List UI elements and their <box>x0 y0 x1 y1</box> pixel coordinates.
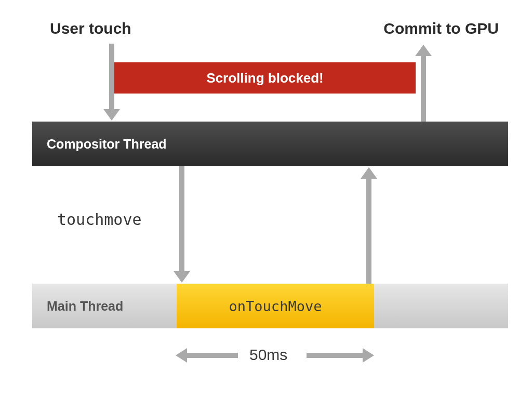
bar-main-thread: Main Thread onTouchMove <box>32 284 508 328</box>
banner-scrolling-blocked: Scrolling blocked! <box>114 62 416 94</box>
arrowhead-return-up-icon <box>361 167 377 179</box>
label-user-touch: User touch <box>50 20 131 37</box>
bar-compositor-thread: Compositor Thread <box>32 122 508 166</box>
arrow-return-up <box>366 178 371 284</box>
segment-on-touch-move: onTouchMove <box>177 284 374 328</box>
arrow-user-touch-down <box>109 44 114 110</box>
arrowhead-touchmove-down-icon <box>174 271 190 283</box>
arrow-touchmove-down <box>179 166 184 272</box>
arrow-commit-to-gpu-up <box>421 55 426 122</box>
label-touchmove: touchmove <box>57 210 142 229</box>
label-compositor-thread: Compositor Thread <box>47 137 167 152</box>
arrow-duration-right <box>307 353 364 358</box>
arrow-duration-left <box>186 353 238 358</box>
arrowhead-commit-to-gpu-up-icon <box>415 45 432 56</box>
arrowhead-duration-right-icon <box>363 348 374 363</box>
label-commit-to-gpu: Commit to GPU <box>383 20 499 37</box>
arrowhead-duration-left-icon <box>176 348 187 363</box>
arrowhead-user-touch-down-icon <box>103 109 120 121</box>
label-duration: 50ms <box>249 346 287 364</box>
label-main-thread: Main Thread <box>47 299 123 314</box>
